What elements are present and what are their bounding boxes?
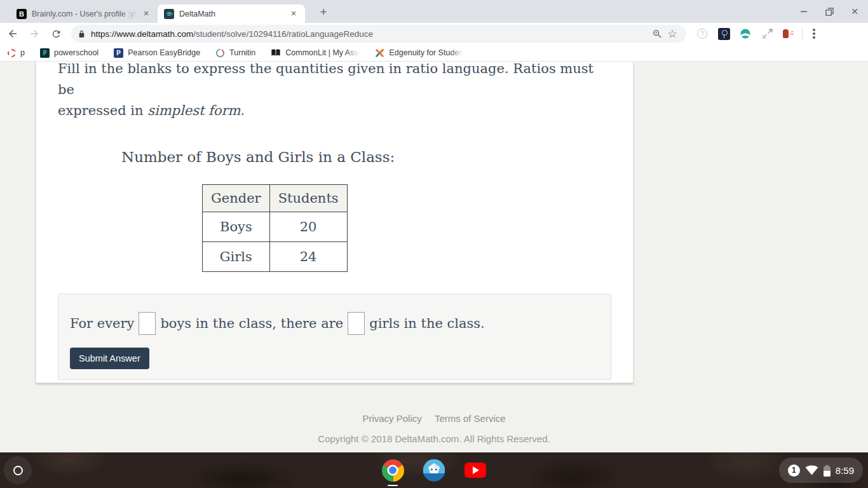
forward-icon[interactable]	[25, 25, 43, 43]
cell-boys-value: 20	[269, 212, 347, 242]
boys-answer-input[interactable]	[139, 312, 156, 335]
turnitin-icon	[215, 48, 225, 58]
bookmark-p[interactable]: p	[8, 48, 25, 57]
tab-close-icon[interactable]: ✕	[141, 9, 151, 19]
submit-answer-button[interactable]: Submit Answer	[70, 348, 149, 369]
clock: 8:59	[836, 465, 854, 476]
tab-strip: B Brainly.com - User's profile :ytyu ✕ D…	[0, 0, 868, 23]
commonlit-book-icon	[271, 48, 281, 57]
table-title: Number of Boys and Girls in a Class:	[121, 149, 611, 165]
bookmark-edgenuity[interactable]: Edgenuity for Studen	[375, 48, 463, 58]
cell-girls-value: 24	[269, 242, 347, 272]
url-host: https://www.deltamath.com	[91, 29, 193, 39]
header-students: Students	[269, 185, 347, 212]
url-text: https://www.deltamath.com/student/solve/…	[91, 29, 649, 39]
toolbar-separator	[802, 28, 803, 39]
active-app-indicator	[388, 485, 398, 487]
footer-copyright: Copyright © 2018 DeltaMath.com. All Righ…	[0, 433, 868, 444]
cell-girls-label: Girls	[203, 242, 270, 272]
answer-panel: For every boys in the class, there are g…	[58, 294, 611, 380]
chrome-menu-icon[interactable]	[810, 26, 818, 41]
blue-origami-app-icon[interactable]	[423, 457, 445, 484]
browser-toolbar: https://www.deltamath.com/student/solve/…	[0, 23, 868, 44]
music-extension-icon[interactable]: ♫	[782, 27, 794, 40]
page-viewport: Fill in the blanks to express the quanti…	[0, 62, 868, 452]
answer-sentence: For every boys in the class, there are g…	[70, 312, 611, 335]
notification-count-badge: 1	[788, 464, 800, 477]
footer-links: Privacy Policy Terms of Service	[0, 413, 868, 424]
shelf-apps	[0, 452, 868, 488]
tab-brainly[interactable]: B Brainly.com - User's profile :ytyu ✕	[10, 4, 158, 23]
privacy-policy-link[interactable]: Privacy Policy	[362, 413, 421, 424]
bookmark-commonlit[interactable]: CommonLit | My Assi	[271, 48, 360, 57]
arrows-extension-icon[interactable]	[760, 27, 774, 41]
tab-title: DeltaMath	[179, 10, 285, 18]
terms-of-service-link[interactable]: Terms of Service	[435, 413, 506, 424]
play-triangle-icon	[473, 466, 479, 474]
bookmarks-bar: p P powerschool P Pearson EasyBridge Tur…	[0, 44, 868, 62]
pearson-icon: P	[114, 48, 123, 58]
help-extension-icon[interactable]: ?	[695, 27, 709, 41]
girls-answer-input[interactable]	[348, 312, 365, 335]
battery-icon	[824, 465, 831, 477]
new-tab-button[interactable]: +	[315, 4, 332, 20]
bookmark-star-icon[interactable]: ☆	[665, 26, 680, 41]
zoom-level-icon[interactable]	[649, 26, 665, 41]
extensions-row: ? ♫	[695, 27, 794, 41]
youtube-app-icon[interactable]	[464, 457, 487, 484]
simplest-form-italic: simplest form	[147, 103, 240, 118]
keeper-extension-icon[interactable]	[717, 27, 731, 41]
teal-cookie-extension-icon[interactable]	[738, 27, 752, 41]
bookmark-powerschool[interactable]: P powerschool	[40, 48, 98, 58]
table-row: Girls 24	[203, 242, 348, 272]
chrome-app-icon[interactable]	[381, 457, 404, 484]
problem-line-2: expressed in simplest form.	[58, 100, 611, 121]
edgenuity-x-icon	[375, 48, 384, 58]
ratio-table: Gender Students Boys 20 Girls 24	[202, 184, 348, 272]
powerschool-icon: P	[40, 48, 50, 58]
url-path: /student/solve/10294116/ratioLanguageRed…	[193, 29, 373, 39]
status-tray[interactable]: 1 8:59	[779, 458, 863, 483]
problem-line-1: Fill in the blanks to express the quanti…	[58, 62, 611, 100]
lock-icon	[78, 30, 86, 38]
address-bar[interactable]: https://www.deltamath.com/student/solve/…	[71, 25, 686, 43]
bookmark-pearson[interactable]: P Pearson EasyBridge	[114, 48, 200, 58]
table-header-row: Gender Students	[203, 185, 348, 212]
brainly-favicon-icon: B	[17, 9, 27, 19]
minimize-icon[interactable]	[794, 2, 813, 21]
table-row: Boys 20	[203, 212, 348, 242]
tab-close-icon[interactable]: ✕	[288, 9, 299, 19]
problem-card: Fill in the blanks to express the quanti…	[36, 62, 634, 383]
dashed-circle-icon	[8, 49, 16, 57]
chromeos-shelf: 1 8:59	[0, 452, 868, 488]
bookmark-turnitin[interactable]: Turnitin	[215, 48, 255, 58]
restore-icon[interactable]	[820, 2, 839, 21]
wifi-icon	[805, 465, 818, 475]
back-icon[interactable]	[4, 25, 22, 43]
tab-deltamath[interactable]: DeltaMath ✕	[158, 4, 305, 23]
cell-boys-label: Boys	[203, 212, 270, 242]
close-window-icon[interactable]: ✕	[845, 2, 864, 21]
header-gender: Gender	[203, 185, 270, 212]
tab-title: Brainly.com - User's profile :ytyu	[32, 10, 137, 18]
problem-text: Fill in the blanks to express the quanti…	[58, 62, 611, 121]
reload-icon[interactable]	[47, 25, 65, 43]
window-controls: ✕	[794, 0, 864, 23]
deltamath-favicon-icon	[164, 9, 174, 19]
